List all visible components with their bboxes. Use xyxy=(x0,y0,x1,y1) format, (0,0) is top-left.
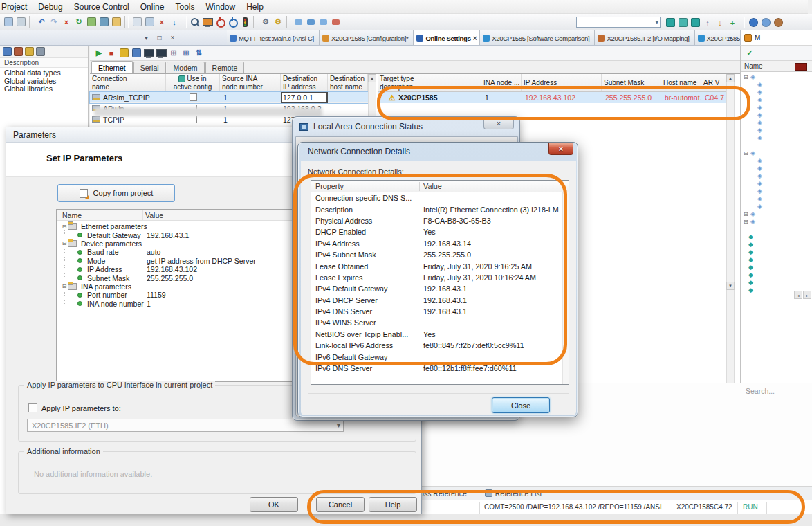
connection-row[interactable]: ARsim_TCPIP 1 127.0.0.1 xyxy=(90,92,368,103)
sidebar-toolbar-icon-2[interactable] xyxy=(13,47,23,57)
tree-row[interactable] xyxy=(741,157,812,165)
menu-item[interactable]: Online xyxy=(135,0,170,14)
check-out-icon[interactable] xyxy=(98,17,109,28)
sidebar-toolbar-icon-1[interactable] xyxy=(2,47,12,57)
collapse-icon[interactable]: ⊟ xyxy=(61,240,68,246)
close-tab-icon[interactable]: × xyxy=(473,35,477,42)
expand-icon[interactable] xyxy=(744,211,750,217)
right-panel-tab[interactable]: M xyxy=(740,30,812,46)
detail-row[interactable]: IPv6 Default Gateway xyxy=(311,351,569,362)
tree-row[interactable] xyxy=(741,256,812,264)
offline-icon[interactable] xyxy=(214,17,225,28)
comment-next-icon[interactable] xyxy=(318,17,329,28)
comment-delete-icon[interactable] xyxy=(331,17,342,28)
add-icon[interactable]: + xyxy=(727,17,738,28)
menu-item[interactable]: Window xyxy=(200,0,241,14)
refresh-status-icon[interactable]: ⇅ xyxy=(193,48,204,59)
expand-icon[interactable] xyxy=(744,150,750,156)
settings-icon[interactable]: ⚙ xyxy=(260,17,271,28)
document-tab[interactable]: Online Settings × xyxy=(414,30,480,46)
upload-icon[interactable]: ↑ xyxy=(702,17,713,28)
cancel-button[interactable]: Cancel xyxy=(316,497,365,512)
detail-row[interactable]: IPv4 WINS Server xyxy=(311,317,569,328)
detail-row[interactable]: IPv4 Address 192.168.43.14 xyxy=(311,238,569,249)
use-in-active-config-checkbox[interactable] xyxy=(190,93,197,101)
search-input[interactable]: Search... xyxy=(746,387,775,395)
ok-button[interactable]: OK xyxy=(250,497,298,512)
tree-row[interactable] xyxy=(741,172,812,180)
refresh-icon[interactable]: ↻ xyxy=(73,17,84,28)
sep6[interactable] xyxy=(741,17,745,28)
pin-pane-icon[interactable]: □ xyxy=(154,33,165,43)
sidebar-item[interactable]: Global data types xyxy=(0,69,88,78)
undo-icon[interactable]: ↶ xyxy=(36,17,47,28)
expand-icon[interactable] xyxy=(744,219,750,225)
tree-row[interactable] xyxy=(741,81,812,89)
tree-row[interactable] xyxy=(741,195,812,203)
download-icon[interactable]: ↓ xyxy=(714,17,726,28)
sidebar-toolbar-icon-4[interactable] xyxy=(35,47,45,57)
find-icon[interactable] xyxy=(190,17,201,28)
detail-row[interactable]: Connection-specific DNS S... xyxy=(311,192,569,203)
tree-row[interactable] xyxy=(741,218,812,226)
connection-tab[interactable]: Remote xyxy=(205,62,245,73)
detail-row[interactable]: NetBIOS over Tcpip Enabl... Yes xyxy=(311,329,569,340)
check-in-icon[interactable] xyxy=(86,17,97,28)
connection-tab[interactable]: Ethernet xyxy=(91,61,133,73)
scroll-up-icon[interactable]: ▲ xyxy=(368,74,376,82)
use-in-active-config-checkbox[interactable] xyxy=(190,116,197,123)
collapse-icon[interactable]: ⊟ xyxy=(61,283,68,289)
apply-ip-checkbox[interactable] xyxy=(28,403,37,412)
tree-row[interactable] xyxy=(741,73,812,81)
sidebar-toolbar-icon-3[interactable] xyxy=(24,47,34,57)
remove-hardware-icon[interactable]: × xyxy=(156,17,167,28)
scroll-up-icon[interactable]: ▲ xyxy=(726,74,735,82)
document-tab[interactable]: X20CP1585 [Software Comparison] xyxy=(480,30,595,46)
tree-row[interactable] xyxy=(741,142,812,149)
disconnect-icon[interactable]: ■ xyxy=(106,48,117,59)
tab-reference-list[interactable]: Reference List xyxy=(485,489,542,498)
record-icon[interactable] xyxy=(773,17,784,28)
menu-item[interactable]: Tools xyxy=(169,0,200,14)
open-project-icon[interactable] xyxy=(111,17,122,28)
accept-icon[interactable]: ✓ xyxy=(744,48,755,59)
tree-row[interactable] xyxy=(741,241,812,248)
menu-item[interactable]: Help xyxy=(241,0,269,14)
tree-row[interactable] xyxy=(741,149,812,157)
monitor-mode-icon[interactable] xyxy=(690,17,701,28)
document-tab[interactable]: X20CP1585 [Configuration]* xyxy=(320,30,414,46)
maintenance-icon[interactable] xyxy=(131,48,142,59)
expand-icon[interactable] xyxy=(744,74,750,80)
scroll-left-icon[interactable]: ◂ xyxy=(794,291,802,299)
detail-row[interactable]: DHCP Enabled Yes xyxy=(311,226,569,237)
copy-icon[interactable] xyxy=(3,17,14,28)
help-online-icon[interactable] xyxy=(760,17,771,28)
profiler-icon[interactable]: ⊞ xyxy=(168,48,179,59)
detail-row[interactable]: IPv4 Default Gateway 192.168.43.1 xyxy=(311,283,569,294)
tree-row[interactable] xyxy=(741,248,812,256)
close-window-button[interactable]: × xyxy=(483,117,514,129)
tree-row[interactable] xyxy=(741,210,812,218)
detail-row[interactable]: Description Intel(R) Ethernet Connection… xyxy=(311,203,569,215)
browser-icon[interactable] xyxy=(748,17,759,28)
tree-row[interactable] xyxy=(741,111,812,119)
target-row[interactable]: ⚠X20CP1585 1 192.168.43.102 255.255.255.… xyxy=(378,92,726,103)
system-diagnostics-icon[interactable] xyxy=(202,17,213,28)
comment-add-icon[interactable] xyxy=(306,17,317,28)
document-tab[interactable]: MQTT_test::Main.c [Ansi C] xyxy=(227,30,320,46)
close-button[interactable]: Close xyxy=(492,397,550,413)
menu-item[interactable]: Project xyxy=(0,0,33,14)
document-tab[interactable]: X20CP1585.IF2 [I/O Mapping] xyxy=(595,30,694,46)
detail-row[interactable]: IPv4 DHCP Server 192.168.43.1 xyxy=(311,295,569,306)
tree-row[interactable] xyxy=(741,165,812,172)
status-icon[interactable] xyxy=(239,17,250,28)
tree-row[interactable] xyxy=(741,134,812,142)
monitor-active-icon[interactable] xyxy=(156,48,167,59)
tree-row[interactable] xyxy=(741,104,812,111)
tree-row[interactable] xyxy=(741,233,812,241)
tree-row[interactable] xyxy=(741,127,812,134)
tree-row[interactable] xyxy=(741,279,812,287)
logger-icon[interactable]: ⊞ xyxy=(181,48,192,59)
detail-row[interactable]: Link-local IPv6 Address fe80::8457:f2b7:… xyxy=(311,340,569,351)
detail-row[interactable]: Lease Expires Friday, July 31, 2020 10:1… xyxy=(311,272,569,283)
